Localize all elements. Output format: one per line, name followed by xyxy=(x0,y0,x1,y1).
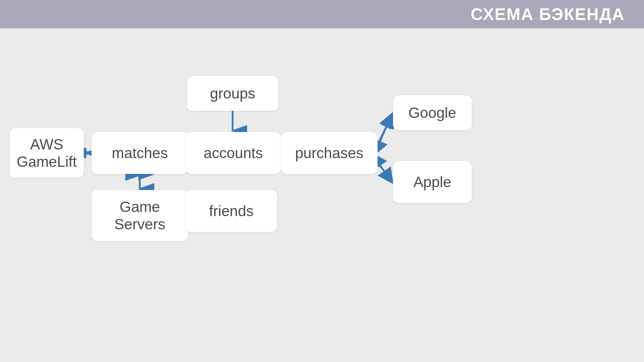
arrow-purchases-apple xyxy=(380,166,392,181)
node-aws-label: AWS GameLift xyxy=(17,136,77,170)
node-friends: friends xyxy=(186,190,277,232)
node-friends-label: friends xyxy=(209,202,254,220)
node-purchases-label: purchases xyxy=(295,144,363,162)
node-gameservers-label: Game Servers xyxy=(114,198,165,233)
arrow-purchases-google-bi xyxy=(380,113,392,143)
arrow-purchases-apple-bi xyxy=(380,164,392,183)
arrow-purchases-google xyxy=(380,114,392,140)
node-apple-label: Apple xyxy=(413,173,451,191)
node-matches-label: matches xyxy=(112,144,168,162)
node-aws: AWS GameLift xyxy=(10,128,84,178)
node-gameservers: Game Servers xyxy=(91,190,188,241)
node-accounts-label: accounts xyxy=(204,144,263,162)
node-google-label: Google xyxy=(409,104,456,121)
node-groups: groups xyxy=(187,76,278,111)
node-apple: Apple xyxy=(393,161,472,203)
header: СХЕМА БЭКЕНДА xyxy=(0,0,644,28)
node-purchases: purchases xyxy=(281,132,378,174)
node-accounts: accounts xyxy=(186,132,281,174)
node-matches: matches xyxy=(91,132,188,174)
diagram: groups matches accounts purchases AWS Ga… xyxy=(0,28,644,362)
node-groups-label: groups xyxy=(210,85,255,102)
node-google: Google xyxy=(393,95,472,130)
page-title: СХЕМА БЭКЕНДА xyxy=(471,5,625,24)
